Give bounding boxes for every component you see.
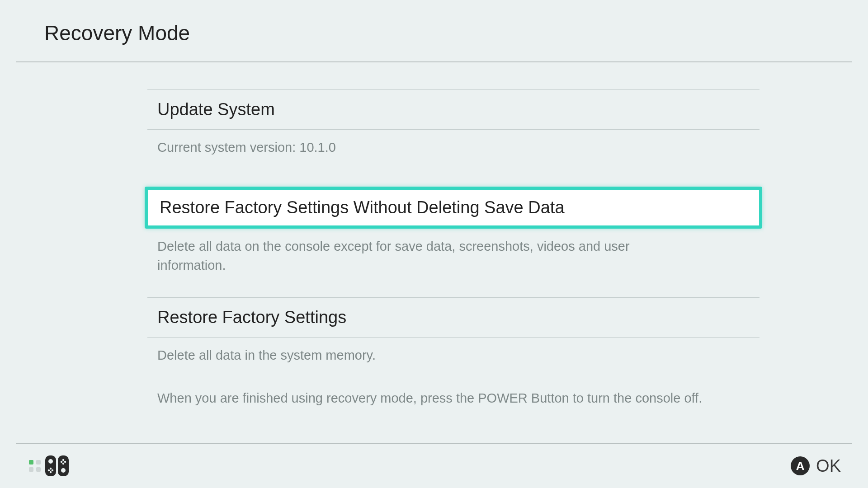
svg-point-9 — [50, 471, 52, 473]
exit-instruction: When you are finished using recovery mod… — [147, 376, 760, 410]
footer: A OK — [0, 444, 868, 488]
option-restore-full[interactable]: Restore Factory Settings Delete all data… — [147, 297, 760, 376]
svg-point-2 — [48, 459, 53, 464]
svg-point-4 — [62, 459, 64, 461]
a-button-icon: A — [791, 456, 810, 475]
spacer — [147, 169, 760, 187]
svg-point-6 — [61, 461, 62, 463]
option-title: Update System — [147, 89, 760, 130]
page-title: Recovery Mode — [44, 21, 868, 45]
spacer — [147, 286, 760, 297]
player-indicator-icon — [29, 460, 41, 472]
svg-point-8 — [50, 468, 52, 469]
option-description: Delete all data in the system memory. — [147, 338, 645, 376]
svg-point-3 — [61, 468, 66, 473]
option-description: Current system version: 10.1.0 — [147, 130, 645, 169]
ok-hint: A OK — [791, 456, 841, 476]
svg-point-10 — [48, 469, 50, 471]
option-description: Delete all data on the console except fo… — [147, 229, 645, 286]
svg-rect-1 — [58, 455, 69, 476]
option-title: Restore Factory Settings Without Deletin… — [145, 187, 762, 229]
header: Recovery Mode — [0, 0, 868, 61]
svg-point-7 — [64, 461, 66, 463]
joycon-pair-icon — [44, 455, 70, 477]
option-update-system[interactable]: Update System Current system version: 10… — [147, 89, 760, 169]
options-list: Update System Current system version: 10… — [0, 89, 868, 410]
svg-point-5 — [62, 463, 64, 465]
option-title: Restore Factory Settings — [147, 297, 760, 338]
option-restore-keep-save[interactable]: Restore Factory Settings Without Deletin… — [147, 187, 760, 286]
controller-status — [29, 455, 70, 477]
ok-label: OK — [816, 456, 841, 476]
svg-point-11 — [52, 469, 53, 471]
header-divider — [16, 61, 852, 62]
